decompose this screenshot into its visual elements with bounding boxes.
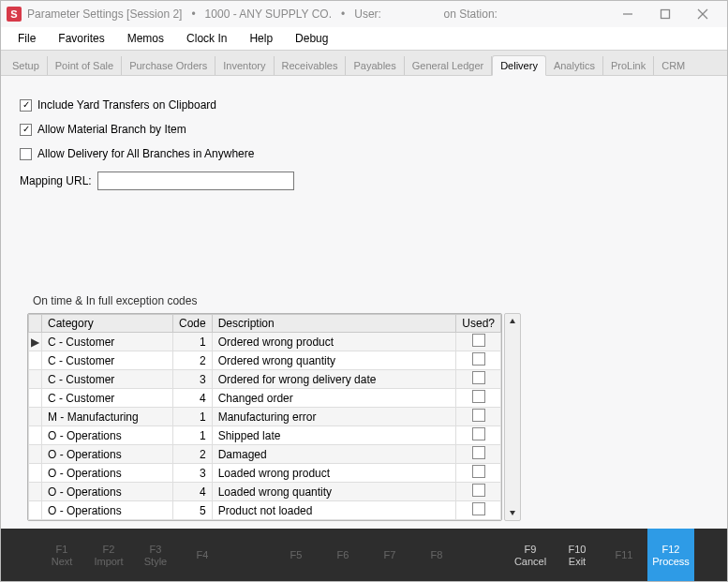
fkey-key: F11 [616,549,633,560]
table-row[interactable]: ▶C - Customer1Ordered wrong product [29,333,501,351]
cell-code[interactable]: 1 [173,426,213,445]
tab-setup[interactable]: Setup [5,56,48,75]
menu-memos[interactable]: Memos [118,30,173,47]
menu-file[interactable]: File [8,30,45,47]
cell-description[interactable]: Changed order [212,389,456,408]
cell-used[interactable] [456,483,501,501]
tab-analytics[interactable]: Analytics [546,56,603,75]
cell-code[interactable]: 3 [173,370,213,389]
cell-used[interactable] [456,501,501,520]
cell-used[interactable] [456,445,501,464]
cell-description[interactable]: Ordered wrong product [212,333,456,351]
used-checkbox[interactable] [472,390,485,403]
close-button[interactable] [684,1,721,27]
fkey-f9[interactable]: F9Cancel [507,529,554,581]
grid-header-used[interactable]: Used? [456,315,501,333]
used-checkbox[interactable] [472,484,485,497]
table-row[interactable]: O - Operations2Damaged [29,445,501,464]
cell-description[interactable]: Manufacturing error [212,408,456,426]
used-checkbox[interactable] [472,409,485,422]
table-row[interactable]: O - Operations1Shipped late [29,426,501,445]
used-checkbox[interactable] [472,352,485,366]
table-row[interactable]: O - Operations3Loaded wrong product [29,464,501,483]
cell-category[interactable]: C - Customer [42,370,173,389]
allow-delivery-all-checkbox[interactable] [20,148,32,160]
minimize-button[interactable] [609,1,646,27]
cell-used[interactable] [456,408,501,426]
used-checkbox[interactable] [472,465,485,478]
maximize-button[interactable] [646,1,684,27]
cell-code[interactable]: 1 [173,408,213,426]
cell-code[interactable]: 1 [173,333,213,351]
exception-codes-grid[interactable]: Category Code Description Used? ▶C - Cus… [27,313,502,521]
cell-code[interactable]: 3 [173,464,213,483]
title-bar: S Parameter Settings [Session 2] • 1000 … [1,1,727,27]
table-row[interactable]: O - Operations5Product not loaded [29,501,501,520]
scroll-down-button[interactable] [505,505,520,520]
grid-header-description[interactable]: Description [212,315,456,333]
cell-category[interactable]: C - Customer [42,389,173,408]
cell-used[interactable] [456,370,501,389]
cell-category[interactable]: O - Operations [42,483,173,501]
cell-description[interactable]: Loaded wrong product [212,464,456,483]
cell-description[interactable]: Loaded wrong quantity [212,483,456,501]
cell-category[interactable]: C - Customer [42,351,173,370]
tab-point-of-sale[interactable]: Point of Sale [48,56,122,75]
tab-prolink[interactable]: ProLink [603,56,654,75]
tab-crm[interactable]: CRM [654,56,692,75]
fkey-f12[interactable]: F12Process [647,529,694,581]
used-checkbox[interactable] [472,334,485,347]
tab-general-ledger[interactable]: General Ledger [405,56,492,75]
row-marker [29,389,42,408]
cell-used[interactable] [456,389,501,408]
cell-category[interactable]: C - Customer [42,333,173,351]
used-checkbox[interactable] [472,427,485,440]
fkey-f3: F3Style [132,529,179,581]
tab-payables[interactable]: Payables [346,56,404,75]
cell-description[interactable]: Damaged [212,445,456,464]
cell-description[interactable]: Shipped late [212,426,456,445]
allow-branch-checkbox[interactable] [20,124,32,136]
grid-header-category[interactable]: Category [42,315,173,333]
cell-category[interactable]: O - Operations [42,445,173,464]
menu-clock-in[interactable]: Clock In [177,30,236,47]
cell-code[interactable]: 2 [173,445,213,464]
menu-debug[interactable]: Debug [286,30,337,47]
cell-category[interactable]: O - Operations [42,464,173,483]
cell-code[interactable]: 5 [173,501,213,520]
fkey-label: Exit [569,556,586,567]
cell-used[interactable] [456,333,501,351]
cell-category[interactable]: O - Operations [42,426,173,445]
tab-receivables[interactable]: Receivables [275,56,347,75]
menu-favorites[interactable]: Favorites [49,30,113,47]
tab-purchase-orders[interactable]: Purchase Orders [122,56,215,75]
tab-inventory[interactable]: Inventory [215,56,274,75]
cell-category[interactable]: M - Manufacturing [42,408,173,426]
tab-delivery[interactable]: Delivery [492,55,546,76]
cell-code[interactable]: 4 [173,483,213,501]
used-checkbox[interactable] [472,502,485,515]
mapping-url-input[interactable] [97,172,294,190]
include-yard-checkbox[interactable] [20,99,32,112]
table-row[interactable]: M - Manufacturing1Manufacturing error [29,408,501,426]
grid-scrollbar[interactable] [504,313,521,521]
cell-category[interactable]: O - Operations [42,501,173,520]
fkey-f10[interactable]: F10Exit [554,529,601,581]
cell-used[interactable] [456,464,501,483]
cell-code[interactable]: 2 [173,351,213,370]
scroll-up-button[interactable] [505,314,520,329]
cell-code[interactable]: 4 [173,389,213,408]
cell-description[interactable]: Ordered for wrong delivery date [212,370,456,389]
cell-used[interactable] [456,351,501,370]
cell-used[interactable] [456,426,501,445]
table-row[interactable]: O - Operations4Loaded wrong quantity [29,483,501,501]
table-row[interactable]: C - Customer3Ordered for wrong delivery … [29,370,501,389]
table-row[interactable]: C - Customer2Ordered wrong quantity [29,351,501,370]
cell-description[interactable]: Product not loaded [212,501,456,520]
cell-description[interactable]: Ordered wrong quantity [212,351,456,370]
used-checkbox[interactable] [472,446,485,459]
grid-header-code[interactable]: Code [173,315,213,333]
menu-help[interactable]: Help [240,30,282,47]
table-row[interactable]: C - Customer4Changed order [29,389,501,408]
used-checkbox[interactable] [472,371,485,384]
